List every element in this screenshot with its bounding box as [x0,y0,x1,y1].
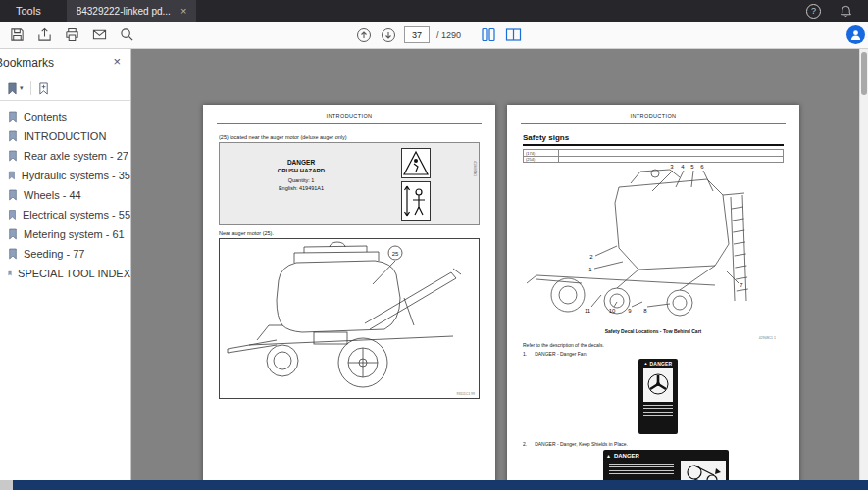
bookmark-icon [8,170,16,181]
main-toolbar: 37 / 1290 [0,22,868,49]
bookmark-item-rear-axle-system[interactable]: Rear axle system - 27 [0,146,130,166]
table-row: (174) [524,150,559,156]
tow-behind-cart-figure: 3 4 5 6 2 1 7 11 10 9 8 [523,158,784,324]
help-icon[interactable]: ? [806,4,821,19]
decal-list-item-2: 2. DANGER - Danger, Keep Shields in Plac… [523,441,628,447]
tab-tools[interactable]: Tools [0,0,57,22]
air-cart-figure: 25 93111C1 99 [219,238,480,399]
search-icon[interactable] [118,26,135,44]
callout-1: 1 [588,267,592,272]
callout-8: 8 [643,308,647,314]
danger-fan-decal: ▲ DANGER [638,359,678,434]
bookmark-icon [8,111,18,122]
decal-text-line [609,470,674,471]
bookmark-item-electrical-systems[interactable]: Electrical systems - 55 [0,205,130,224]
decal-list-item-1: 1. DANGER - Danger Fan. [523,351,587,357]
decal-text-line [643,405,673,406]
bookmark-icon [8,228,18,240]
pdf-page-33: INTRODUCTION (25) located near the auger… [203,105,495,490]
bookmark-icon [8,150,18,162]
bookmarks-list: Contents INTRODUCTION Rear axle system -… [0,101,130,283]
section-title: Safety signs [523,133,569,142]
notifications-bell-icon[interactable] [837,2,854,20]
bookmark-item-hydraulic-systems[interactable]: Hydraulic systems - 35 [0,166,130,185]
callout-11: 11 [585,308,591,314]
next-page-icon[interactable] [380,26,397,44]
bookmark-icon [8,248,18,260]
air-cart-drawing: 25 [220,239,479,398]
document-canvas: INTRODUCTION (25) located near the auger… [132,49,859,480]
list-text: DANGER - Danger Fan. [535,351,587,357]
callout-2: 2 [589,254,593,260]
print-icon[interactable] [63,26,80,44]
page-number-input[interactable]: 37 [404,26,430,43]
callout-5: 5 [690,164,694,170]
decal-text-line [643,408,673,409]
bookmark-icon [8,209,17,220]
window-tab-bar: Tools 84329222-linked pd... × ? [0,0,868,22]
expand-current-bookmark-icon[interactable] [35,80,53,97]
bookmarks-panel: Bookmarks × ▾ Contents INTRODUCTION Rear… [0,49,131,480]
warning-triangle-icon: ▲ [606,453,611,459]
crush-hazard-pictogram [401,181,431,220]
save-icon[interactable] [8,26,26,44]
decal-hazard-label: CRUSH HAZARD [228,168,375,173]
close-panel-icon[interactable]: × [113,54,121,69]
decal-danger-label: DANGER [650,361,673,367]
bookmark-item-seeding[interactable]: Seeding - 77 [0,244,130,264]
page-header: INTRODUCTION [507,113,799,119]
bookmark-item-wheels[interactable]: Wheels - 44 [0,185,130,205]
decal-quantity: Quantity: 1 [228,177,375,183]
pdf-page-34: INTRODUCTION Safety signs (174) (254) [507,105,799,490]
header-rule [217,123,482,124]
header-rule [521,123,786,124]
list-number: 2. [523,441,527,447]
callout-7: 7 [740,282,743,288]
continuous-scroll-view-icon[interactable] [480,26,497,44]
bookmark-item-contents[interactable]: Contents [0,107,130,126]
tab-close-icon[interactable]: × [180,6,186,17]
tow-behind-cart-drawing: 3 4 5 6 2 1 7 11 10 9 8 [523,158,784,324]
decal-danger-label: DANGER [614,453,639,459]
page-header: INTRODUCTION [203,113,495,119]
decal-text-line [609,473,674,474]
decal-danger-label: DANGER [228,159,375,166]
page-count-label: / 1290 [436,30,461,40]
fan-pictogram [643,368,673,402]
bookmark-options-icon[interactable]: ▾ [4,80,26,97]
tab-tools-label: Tools [16,5,41,17]
vertical-scrollbar[interactable] [859,49,868,480]
warning-triangle-icon: ▲ [644,362,648,366]
bookmark-item-metering-system[interactable]: Metering system - 61 [0,224,130,244]
callout-6: 6 [700,164,704,170]
decal-part-number: 419491A1 [473,161,477,176]
location-text: Near auger motor (25). [219,230,274,236]
bookmark-item-introduction[interactable]: INTRODUCTION [0,126,130,146]
decal-language: English: 419491A1 [228,185,375,191]
two-page-view-icon[interactable] [504,26,522,44]
figure-caption: Safety Decal Locations - Tow Behind Cart [507,328,799,334]
email-icon[interactable] [90,26,108,44]
bookmarks-panel-title: Bookmarks [0,56,54,70]
scrollbar-thumb[interactable] [861,52,867,95]
tab-document-label: 84329222-linked pd... [77,6,171,17]
previous-page-icon[interactable] [355,26,373,44]
callout-10: 10 [609,308,616,314]
callout-25: 25 [392,251,399,257]
bookmark-icon [8,130,18,142]
list-number: 1. [523,351,527,357]
decal-info-box: DANGER CRUSH HAZARD Quantity: 1 English:… [219,142,480,225]
list-text: DANGER - Danger, Keep Shields in Place. [535,441,628,447]
bookmark-icon [8,268,12,279]
chevron-down-icon: ▾ [20,84,24,92]
bookmark-icon [8,189,18,201]
share-icon[interactable] [35,26,53,44]
user-avatar[interactable] [846,25,865,44]
bookmark-item-special-tool-index[interactable]: SPECIAL TOOL INDEX [0,264,130,283]
callout-3: 3 [670,164,674,170]
section-rule [523,144,784,146]
tab-document[interactable]: 84329222-linked pd... × [67,0,197,22]
intro-text: (25) located near the auger motor (delux… [219,134,347,140]
callout-4: 4 [681,164,685,170]
decal-text-line [609,466,674,467]
